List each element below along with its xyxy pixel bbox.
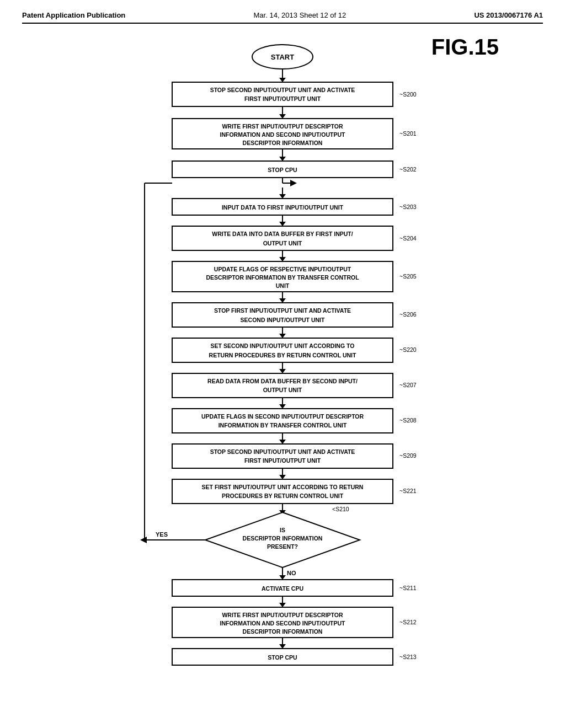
svg-marker-42 bbox=[279, 298, 286, 303]
svg-text:SET SECOND INPUT/OUTPUT UNIT A: SET SECOND INPUT/OUTPUT UNIT ACCORDING T… bbox=[211, 342, 355, 349]
svg-rect-67 bbox=[172, 444, 393, 468]
figure-area: FIG.15 START STOP SECOND INPUT/OUTPUT UN… bbox=[22, 35, 543, 713]
header-left: Patent Application Publication bbox=[22, 11, 125, 19]
svg-text:<S210: <S210 bbox=[332, 506, 349, 512]
page-header: Patent Application Publication Mar. 14, … bbox=[22, 11, 543, 24]
header-center: Mar. 14, 2013 Sheet 12 of 12 bbox=[254, 11, 347, 19]
svg-marker-9 bbox=[279, 114, 286, 119]
svg-rect-4 bbox=[172, 82, 393, 106]
svg-text:INFORMATION AND SECOND INPUT/O: INFORMATION AND SECOND INPUT/OUTPUT bbox=[220, 620, 345, 627]
svg-marker-3 bbox=[279, 78, 286, 82]
svg-text:YES: YES bbox=[156, 531, 168, 538]
flowchart-svg: START STOP SECOND INPUT/OUTPUT UNIT AND … bbox=[89, 40, 476, 713]
svg-text:OUTPUT UNIT: OUTPUT UNIT bbox=[263, 240, 302, 247]
header-right: US 2013/0067176 A1 bbox=[474, 11, 543, 19]
svg-text:PRESENT?: PRESENT? bbox=[267, 543, 298, 550]
svg-text:ACTIVATE CPU: ACTIVATE CPU bbox=[262, 585, 303, 592]
svg-text:FIRST INPUT/OUTPUT UNIT: FIRST INPUT/OUTPUT UNIT bbox=[244, 95, 321, 102]
svg-text:UPDATE FLAGS OF RESPECTIVE INP: UPDATE FLAGS OF RESPECTIVE INPUT/OUTPUT bbox=[214, 266, 351, 272]
svg-marker-91 bbox=[279, 575, 286, 580]
svg-text:RETURN PROCEDURES BY RETURN CO: RETURN PROCEDURES BY RETURN CONTROL UNIT bbox=[209, 352, 356, 358]
svg-text:INFORMATION AND SECOND INPUT/O: INFORMATION AND SECOND INPUT/OUTPUT bbox=[220, 131, 345, 138]
svg-marker-66 bbox=[279, 440, 286, 444]
svg-marker-60 bbox=[279, 404, 286, 409]
svg-text:READ DATA FROM DATA BUFFER BY : READ DATA FROM DATA BUFFER BY SECOND INP… bbox=[207, 378, 358, 384]
svg-marker-72 bbox=[279, 475, 286, 479]
svg-marker-24 bbox=[279, 194, 286, 199]
svg-text:DESCRIPTOR INFORMATION BY TRAN: DESCRIPTOR INFORMATION BY TRANSFER CONTR… bbox=[206, 274, 359, 281]
svg-marker-96 bbox=[279, 603, 286, 607]
svg-marker-22 bbox=[290, 180, 297, 186]
svg-text:~S203: ~S203 bbox=[399, 204, 417, 210]
svg-text:~S211: ~S211 bbox=[399, 585, 417, 591]
svg-text:~S208: ~S208 bbox=[399, 417, 417, 424]
svg-text:STOP SECOND INPUT/OUTPUT UNIT : STOP SECOND INPUT/OUTPUT UNIT AND ACTIVA… bbox=[210, 448, 355, 455]
svg-text:SECOND INPUT/OUTPUT UNIT: SECOND INPUT/OUTPUT UNIT bbox=[241, 317, 325, 323]
svg-text:DESCRIPTOR INFORMATION: DESCRIPTOR INFORMATION bbox=[243, 140, 323, 146]
svg-marker-85 bbox=[140, 537, 147, 543]
svg-text:STOP CPU: STOP CPU bbox=[268, 654, 297, 661]
svg-marker-35 bbox=[279, 257, 286, 261]
svg-text:~S213: ~S213 bbox=[399, 654, 417, 660]
svg-marker-103 bbox=[279, 644, 286, 649]
svg-rect-61 bbox=[172, 409, 393, 433]
svg-marker-29 bbox=[279, 222, 286, 226]
svg-text:DESCRIPTOR INFORMATION: DESCRIPTOR INFORMATION bbox=[243, 628, 323, 635]
svg-text:~S200: ~S200 bbox=[399, 91, 417, 98]
svg-text:NO: NO bbox=[287, 570, 296, 576]
svg-text:~S201: ~S201 bbox=[399, 130, 417, 137]
svg-text:~S212: ~S212 bbox=[399, 619, 417, 625]
svg-rect-73 bbox=[172, 479, 393, 504]
svg-text:UNIT: UNIT bbox=[276, 282, 290, 289]
svg-rect-55 bbox=[172, 373, 393, 398]
svg-rect-43 bbox=[172, 303, 393, 327]
svg-text:DESCRIPTOR INFORMATION: DESCRIPTOR INFORMATION bbox=[243, 535, 323, 542]
svg-text:~S204: ~S204 bbox=[399, 235, 417, 242]
svg-text:~S220: ~S220 bbox=[399, 346, 417, 353]
svg-text:INPUT DATA TO FIRST INPUT/OUTP: INPUT DATA TO FIRST INPUT/OUTPUT UNIT bbox=[222, 204, 344, 211]
svg-text:WRITE DATA INTO DATA BUFFER BY: WRITE DATA INTO DATA BUFFER BY FIRST INP… bbox=[212, 231, 353, 237]
svg-text:UPDATE FLAGS IN SECOND INPUT/O: UPDATE FLAGS IN SECOND INPUT/OUTPUT DESC… bbox=[201, 413, 364, 420]
svg-text:WRITE FIRST INPUT/OUTPUT DESCR: WRITE FIRST INPUT/OUTPUT DESCRIPTOR bbox=[222, 123, 343, 130]
svg-text:STOP CPU: STOP CPU bbox=[268, 167, 297, 173]
svg-text:STOP FIRST INPUT/OUTPUT UNIT A: STOP FIRST INPUT/OUTPUT UNIT AND ACTIVAT… bbox=[214, 307, 351, 314]
svg-text:FIRST INPUT/OUTPUT UNIT: FIRST INPUT/OUTPUT UNIT bbox=[244, 457, 321, 464]
svg-text:WRITE FIRST INPUT/OUTPUT DESCR: WRITE FIRST INPUT/OUTPUT DESCRIPTOR bbox=[222, 612, 343, 618]
svg-text:~S209: ~S209 bbox=[399, 452, 417, 459]
svg-text:~S207: ~S207 bbox=[399, 382, 417, 388]
svg-text:IS: IS bbox=[280, 527, 285, 533]
svg-text:~S221: ~S221 bbox=[399, 488, 417, 494]
svg-marker-54 bbox=[279, 369, 286, 373]
svg-marker-16 bbox=[279, 157, 286, 161]
svg-text:START: START bbox=[271, 53, 294, 61]
svg-text:INFORMATION BY TRANSFER CONTRO: INFORMATION BY TRANSFER CONTROL UNIT bbox=[218, 422, 347, 429]
svg-text:~S205: ~S205 bbox=[399, 273, 417, 280]
page: Patent Application Publication Mar. 14, … bbox=[0, 0, 565, 728]
svg-text:~S206: ~S206 bbox=[399, 311, 417, 318]
svg-marker-48 bbox=[279, 334, 286, 338]
svg-text:~S202: ~S202 bbox=[399, 166, 417, 173]
figure-title: FIG.15 bbox=[431, 35, 499, 60]
svg-text:OUTPUT UNIT: OUTPUT UNIT bbox=[263, 387, 302, 393]
svg-text:STOP SECOND INPUT/OUTPUT UNIT : STOP SECOND INPUT/OUTPUT UNIT AND ACTIVA… bbox=[210, 87, 355, 93]
svg-text:PROCEDURES BY RETURN CONTROL U: PROCEDURES BY RETURN CONTROL UNIT bbox=[222, 493, 344, 499]
svg-text:SET FIRST INPUT/OUTPUT UNIT AC: SET FIRST INPUT/OUTPUT UNIT ACCORDING TO… bbox=[202, 484, 364, 490]
svg-rect-49 bbox=[172, 338, 393, 362]
svg-rect-30 bbox=[172, 226, 393, 250]
